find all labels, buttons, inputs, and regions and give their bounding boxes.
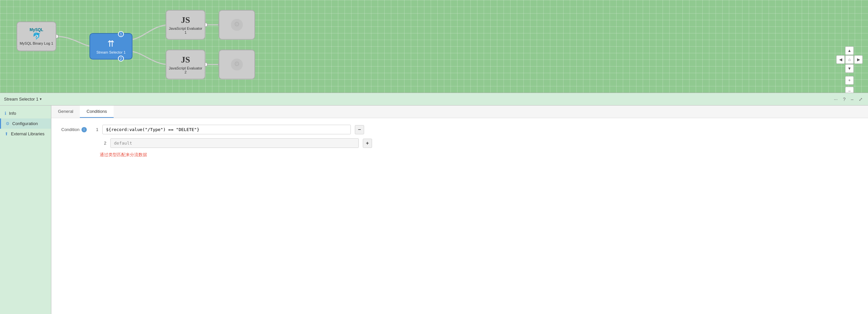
svg-text:⚙: ⚙ xyxy=(234,21,240,28)
js-evaluator-1-node[interactable]: JS JavaScript Evaluator 1 xyxy=(166,10,206,40)
nav-down-button[interactable]: ▼ xyxy=(845,64,854,73)
main-content: General Conditions Condition i 1 − xyxy=(51,106,868,314)
nav-up-button[interactable]: ▲ xyxy=(845,46,854,55)
stream-selector-label: Stream Selector 1 xyxy=(96,50,126,54)
panel-header: Stream Selector 1 ▾ ··· ? – ⤢ xyxy=(0,93,868,106)
destination-2-node[interactable]: ⚙ xyxy=(219,49,255,79)
sidebar-config-label: Configuration xyxy=(12,121,38,126)
zoom-out-button[interactable]: – xyxy=(845,87,854,93)
tabs: General Conditions xyxy=(51,106,868,118)
destination-1-node[interactable]: ⚙ xyxy=(219,10,255,40)
config-icon: ⚙ xyxy=(6,121,10,126)
js-icon-2: JS xyxy=(181,55,190,65)
panel-title[interactable]: Stream Selector 1 ▾ xyxy=(4,97,42,102)
zoom-in-button[interactable]: + xyxy=(845,76,854,85)
js-evaluator-2-node[interactable]: JS JavaScript Evaluator 2 xyxy=(166,49,206,79)
external-libs-icon: ⬆ xyxy=(5,131,8,136)
content-area: Condition i 1 − 2 + 通过类型匹配来分流数据 xyxy=(51,118,868,314)
condition-input-1[interactable] xyxy=(102,125,351,134)
stream-selector-badge2: 2 xyxy=(118,56,124,62)
sidebar-item-info[interactable]: ℹ Info xyxy=(0,108,51,118)
sidebar: ℹ Info ⚙ Configuration ⬆ External Librar… xyxy=(0,106,51,314)
nav-left-button[interactable]: ◀ xyxy=(836,55,845,64)
panel-minimize-button[interactable]: – xyxy=(849,96,855,103)
sidebar-ext-label: External Libraries xyxy=(11,131,44,136)
mysql-logo: MySQL 🐬 xyxy=(30,28,43,40)
condition-add-button[interactable]: + xyxy=(363,139,372,148)
panel-maximize-button[interactable]: ⤢ xyxy=(858,96,864,103)
info-icon: ℹ xyxy=(5,111,6,116)
js1-label: JavaScript Evaluator 1 xyxy=(169,27,203,34)
condition-hint: 通过类型匹配来分流数据 xyxy=(100,152,858,158)
condition-row-1: Condition i 1 − xyxy=(61,125,858,134)
svg-text:⚙: ⚙ xyxy=(234,60,240,68)
dest1-icon: ⚙ xyxy=(227,16,247,33)
mysql-node-label: MySQL Binary Log 1 xyxy=(20,41,53,45)
condition-num-1: 1 xyxy=(92,127,98,132)
panel-title-caret: ▾ xyxy=(40,97,42,101)
js2-label: JavaScript Evaluator 2 xyxy=(169,66,203,74)
tab-general[interactable]: General xyxy=(51,106,80,118)
js-icon-1: JS xyxy=(181,15,190,25)
panel-dots-button[interactable]: ··· xyxy=(833,96,839,103)
condition-remove-button-1[interactable]: − xyxy=(355,125,364,134)
tab-conditions[interactable]: Conditions xyxy=(80,106,113,118)
stream-selector-node[interactable]: ⇈ Stream Selector 1 1 2 xyxy=(89,33,132,60)
panel-area: Stream Selector 1 ▾ ··· ? – ⤢ ℹ Info ⚙ C… xyxy=(0,93,868,314)
sidebar-item-configuration[interactable]: ⚙ Configuration xyxy=(0,118,51,129)
sidebar-info-label: Info xyxy=(9,111,16,116)
stream-selector-icon: ⇈ xyxy=(107,39,115,49)
panel-header-right: ··· ? – ⤢ xyxy=(833,96,864,103)
panel-help-button[interactable]: ? xyxy=(841,96,847,103)
stream-selector-badge1: 1 xyxy=(118,31,124,37)
condition-row-2: 2 + xyxy=(100,138,858,148)
condition-input-2[interactable] xyxy=(110,138,359,148)
panel-title-text: Stream Selector 1 xyxy=(4,97,38,102)
condition-label-text: Condition xyxy=(61,127,80,132)
condition-info-icon[interactable]: i xyxy=(82,127,87,132)
nav-controls: ▲ ◀ ⌂ ▶ ▼ + – xyxy=(836,46,863,93)
canvas-area: MySQL 🐬 MySQL Binary Log 1 ⇈ Stream Sele… xyxy=(0,0,868,93)
panel-body: ℹ Info ⚙ Configuration ⬆ External Librar… xyxy=(0,106,868,314)
sidebar-item-external-libraries[interactable]: ⬆ External Libraries xyxy=(0,129,51,139)
condition-field-label: Condition i xyxy=(61,127,88,132)
dest2-icon: ⚙ xyxy=(227,56,247,73)
nav-right-button[interactable]: ▶ xyxy=(854,55,863,64)
nav-home-button[interactable]: ⌂ xyxy=(845,55,854,64)
condition-num-2: 2 xyxy=(100,141,106,146)
mysql-node[interactable]: MySQL 🐬 MySQL Binary Log 1 xyxy=(17,22,56,51)
